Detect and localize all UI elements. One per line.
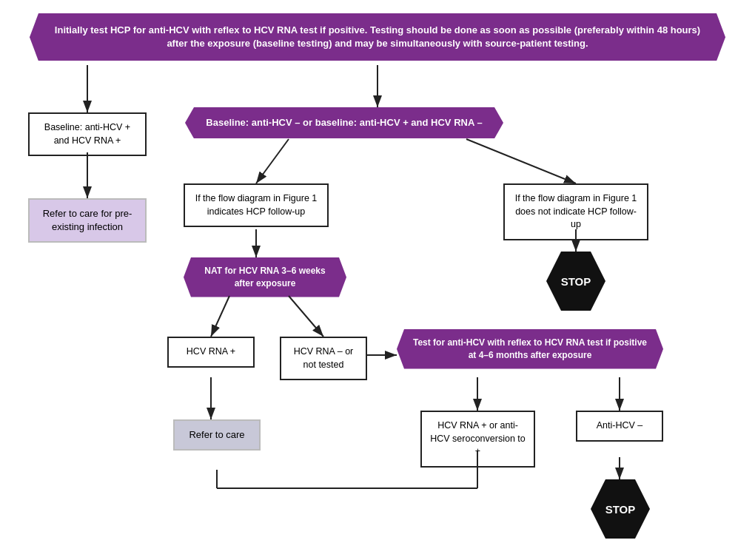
svg-line-5	[466, 139, 576, 183]
baseline-positive-box: Baseline: anti-HCV + and HCV RNA +	[28, 112, 147, 156]
anti-hcv-neg-box: Anti-HCV –	[576, 411, 663, 442]
stop1-shape: STOP	[546, 252, 605, 311]
svg-line-4	[256, 139, 289, 183]
svg-line-8	[211, 296, 229, 337]
arrows-overlay	[0, 0, 755, 560]
hcv-rna-pos-box: HCV RNA +	[167, 337, 255, 368]
test-4to6-box: Test for anti-HCV with reflex to HCV RNA…	[397, 329, 663, 369]
followup-no-box: If the flow diagram in Figure 1 does not…	[503, 183, 648, 240]
stop2-shape: STOP	[591, 479, 650, 539]
nat-box: NAT for HCV RNA 3–6 weeks after exposure	[184, 257, 346, 297]
followup-yes-box: If the flow diagram in Figure 1 indicate…	[184, 183, 329, 227]
svg-line-9	[289, 296, 323, 337]
hcv-rna-pos2-box: HCV RNA + or anti-HCV seroconversion to …	[420, 411, 535, 468]
refer-preexisting-box: Refer to care for pre-existing infection	[28, 198, 147, 243]
baseline-negative-box: Baseline: anti-HCV – or baseline: anti-H…	[185, 107, 503, 138]
diagram-container: Initially test HCP for anti-HCV with ref…	[0, 0, 755, 560]
refer-care-box: Refer to care	[173, 419, 261, 451]
hcv-rna-neg-box: HCV RNA – or not tested	[280, 337, 367, 380]
stop1-label: STOP	[561, 275, 591, 288]
stop2-label: STOP	[605, 503, 636, 516]
top-banner: Initially test HCP for anti-HCV with ref…	[30, 13, 725, 61]
